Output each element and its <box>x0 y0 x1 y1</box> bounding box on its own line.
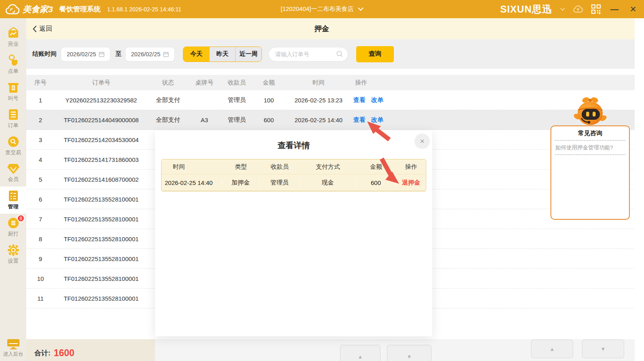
range-today-button[interactable]: 今天 <box>183 47 209 62</box>
total-bar: 合计: 1600 <box>26 339 155 361</box>
column-header: 状态 <box>148 79 188 87</box>
calendar-icon <box>99 51 104 57</box>
sidebar-item-members[interactable]: 会员 <box>0 159 26 187</box>
sidebar-item-enter-backend[interactable]: 进入后台 <box>0 338 26 358</box>
cell-seq: 6 <box>26 196 55 203</box>
cell-table-no: A3 <box>188 117 221 123</box>
manage-icon <box>7 190 19 202</box>
list-scroll-down-button[interactable]: ▼ <box>582 340 624 358</box>
scroll-down-icon: ▼ <box>601 346 606 352</box>
view-link[interactable]: 查看 <box>353 116 366 123</box>
cell-order-no: TF01260225135528100001 <box>55 216 148 223</box>
range-last-week-button[interactable]: 近一周 <box>235 47 261 62</box>
cell-type: 加押金 <box>222 179 259 187</box>
cell-seq: 10 <box>26 275 55 282</box>
cell-order-no: Y20260225132230329582 <box>55 97 148 104</box>
sidebar-item-kitchen-print[interactable]: 8 厨打 <box>0 214 26 241</box>
quick-range-segmented-control: 今天 昨天 近一周 <box>183 47 262 62</box>
help-question-link[interactable]: 如何使用押金管理功能? <box>551 141 629 151</box>
scroll-up-icon: ▲ <box>550 346 555 352</box>
cell-seq: 4 <box>26 156 55 163</box>
sidebar-item-order-taking[interactable]: 点单 <box>0 51 26 78</box>
minimize-button[interactable]: — <box>609 4 620 14</box>
column-header: 桌牌号 <box>188 79 221 87</box>
sidebar-item-label: 点单 <box>8 68 19 75</box>
sidebar-item-label: 厨打 <box>8 230 19 238</box>
modal-table-header: 时间 类型 收款员 支付方式 金额 操作 <box>162 159 426 174</box>
to-label: 至 <box>115 50 121 58</box>
page-title: 押金 <box>315 18 329 39</box>
view-link[interactable]: 查看 <box>353 96 366 103</box>
vendor-chevron-down-icon[interactable] <box>560 8 565 11</box>
date-from-input[interactable]: 2026/02/25 <box>61 47 111 62</box>
sidebar-item-management[interactable]: 管理 <box>0 187 26 214</box>
search-transaction-icon <box>7 136 19 148</box>
cell-time: 2026-02-25 13:23 <box>285 97 353 104</box>
scroll-down-icon: ▼ <box>407 354 412 360</box>
svg-text:8: 8 <box>12 86 15 90</box>
sidebar-item-queue-number[interactable]: 8 叫号 <box>0 78 26 105</box>
cell-seq: 11 <box>26 295 55 302</box>
modal-scroll-up-button[interactable]: ▲ <box>340 345 380 361</box>
cell-cashier: 管理员 <box>221 96 253 104</box>
table-row[interactable]: 1 Y20260225132230329582 全部支付 管理员 100 202… <box>26 90 644 110</box>
refund-deposit-link[interactable]: 退押金 <box>402 179 420 186</box>
modify-order-link[interactable]: 改单 <box>371 96 383 103</box>
cell-order-no: TF01260225135528100001 <box>55 275 148 282</box>
assistant-mascot-icon[interactable] <box>573 96 607 127</box>
cell-cashier: 管理员 <box>259 179 300 187</box>
modal-title: 查看详情 <box>155 140 432 151</box>
order-list-icon <box>7 108 19 121</box>
close-button[interactable]: × <box>628 3 638 15</box>
range-yesterday-button[interactable]: 昨天 <box>209 47 235 62</box>
modify-order-link[interactable]: 改单 <box>371 116 383 123</box>
qr-code-icon[interactable] <box>591 4 601 14</box>
sidebar-item-label: 营业 <box>8 40 19 48</box>
member-icon <box>7 163 20 174</box>
app-window: 美食家3 餐饮管理系统 1.1.68.1 2026-02-25 14:46:11… <box>0 0 644 361</box>
app-logo: 美食家3 <box>6 4 53 15</box>
cloud-sync-icon[interactable] <box>573 5 583 13</box>
sidebar-item-business[interactable]: 营业 <box>0 24 26 51</box>
cell-time: 2026-02-25 14:40 <box>162 179 222 186</box>
detail-modal: × 查看详情 时间 类型 收款员 支付方式 金额 操作 2026-02-25 1… <box>155 130 432 336</box>
modal-close-button[interactable]: × <box>414 134 430 149</box>
tap-order-icon <box>7 54 20 66</box>
modal-scroll-down-button[interactable]: ▼ <box>387 345 431 361</box>
list-scroll-up-button[interactable]: ▲ <box>531 340 573 358</box>
sidebar-item-orders[interactable]: 订单 <box>0 105 26 132</box>
cell-seq: 5 <box>26 176 55 183</box>
sidebar-item-label: 查交易 <box>5 149 21 156</box>
titlebar: 美食家3 餐饮管理系统 1.1.68.1 2026-02-25 14:46:11… <box>0 0 644 18</box>
cell-order-no: TF01260225141731860003 <box>55 156 148 163</box>
filter-bar: 结账时间 2026/02/25 至 2026/02/25 今天 昨天 近一周 <box>26 39 644 69</box>
app-name: 餐饮管理系统 <box>60 4 101 14</box>
app-version: 1.1.68.1 2026-02-25 14:46:11 <box>107 6 181 13</box>
vendor-logo: SIXUN思迅 <box>500 3 552 16</box>
cell-amount: 600 <box>253 117 285 123</box>
column-header: 支付方式 <box>300 163 356 171</box>
cell-amount: 600 <box>356 179 396 186</box>
back-button[interactable]: 返回 <box>33 25 52 33</box>
ticket-number-icon: 8 <box>7 81 20 93</box>
column-header: 操作 <box>396 163 426 171</box>
cell-order-no: TF01260225142034530004 <box>55 136 148 143</box>
query-button[interactable]: 查询 <box>356 46 394 62</box>
store-selector[interactable]: [12020404]一二布布美食店 <box>281 5 363 13</box>
sidebar-item-label: 设置 <box>8 257 19 265</box>
sidebar-item-search-transactions[interactable]: 查交易 <box>0 132 26 159</box>
scroll-up-icon: ▲ <box>358 354 363 360</box>
cell-payment: 现金 <box>300 179 356 187</box>
cell-order-no: TF01260225135528100001 <box>55 196 148 203</box>
sidebar: 营业 点单 8 叫号 订单 <box>0 18 26 361</box>
sidebar-item-settings[interactable]: 设置 <box>0 241 26 268</box>
cell-order-no: TF01260225144049000008 <box>55 117 148 123</box>
search-icon <box>336 50 343 59</box>
dotted-divider <box>555 154 625 155</box>
column-header: 订单号 <box>55 79 148 87</box>
date-to-input[interactable]: 2026/02/25 <box>125 47 175 62</box>
cell-seq: 7 <box>26 216 55 223</box>
cell-seq: 8 <box>26 236 55 242</box>
cell-order-no: TF01260225135528100001 <box>55 255 148 262</box>
date-from-value: 2026/02/25 <box>67 51 96 57</box>
